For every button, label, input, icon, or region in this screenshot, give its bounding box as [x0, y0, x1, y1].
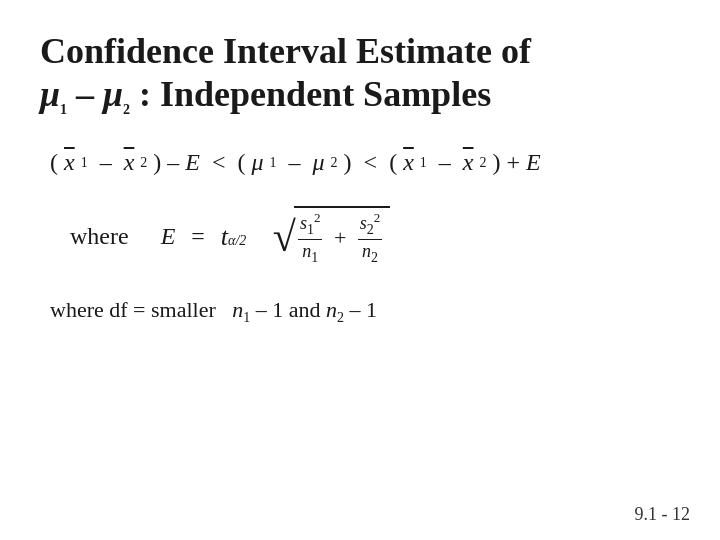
n2-df: n — [326, 297, 337, 322]
slide-page: Confidence Interval Estimate of μ1 – μ2 … — [0, 0, 720, 540]
n1-df: n — [232, 297, 243, 322]
n2-denominator: n2 — [360, 240, 380, 266]
fraction-s1: s12 n1 — [298, 210, 323, 265]
slide-title: Confidence Interval Estimate of μ1 – μ2 … — [40, 30, 680, 119]
sqrt-expression: √ s12 n1 + s22 — [273, 206, 391, 267]
t-alpha: tα/2 — [221, 222, 246, 252]
plus-sign: + — [328, 225, 351, 251]
where-df-text: where df = smaller — [50, 297, 227, 322]
fraction-s2: s22 n2 — [358, 210, 383, 265]
mu1-sub: 1 — [60, 102, 67, 117]
x2bar-right: x — [463, 149, 474, 176]
ci-formula: ( x 1 – x 2 ) – E < ( μ1 – μ2 ) < ( x 1 … — [40, 149, 680, 176]
E-label: E — [161, 223, 176, 250]
x1bar-right: x — [403, 149, 414, 176]
mu2: μ — [313, 149, 325, 176]
where-e-line: where E = tα/2 √ s12 n1 — [40, 206, 680, 267]
n1-denominator: n1 — [300, 240, 320, 266]
where-df-line: where df = smaller n1 – 1 and n2 – 1 — [40, 297, 680, 326]
mu1: μ — [252, 149, 264, 176]
where-label: where — [70, 223, 129, 250]
sqrt-symbol: √ — [273, 216, 296, 258]
title-line2: μ1 – μ2 : Independent Samples — [40, 74, 491, 114]
mu2-sub: 2 — [123, 102, 130, 117]
x2bar: x — [124, 149, 135, 176]
sqrt-content: s12 n1 + s22 n2 — [294, 206, 390, 267]
title-line1: Confidence Interval Estimate of — [40, 31, 531, 71]
page-number: 9.1 - 12 — [635, 504, 691, 525]
s1-numerator: s12 — [298, 210, 323, 240]
mu1-symbol: μ — [40, 74, 60, 114]
s2-numerator: s22 — [358, 210, 383, 240]
mu2-symbol: μ — [103, 74, 123, 114]
x1bar: x — [64, 149, 75, 176]
